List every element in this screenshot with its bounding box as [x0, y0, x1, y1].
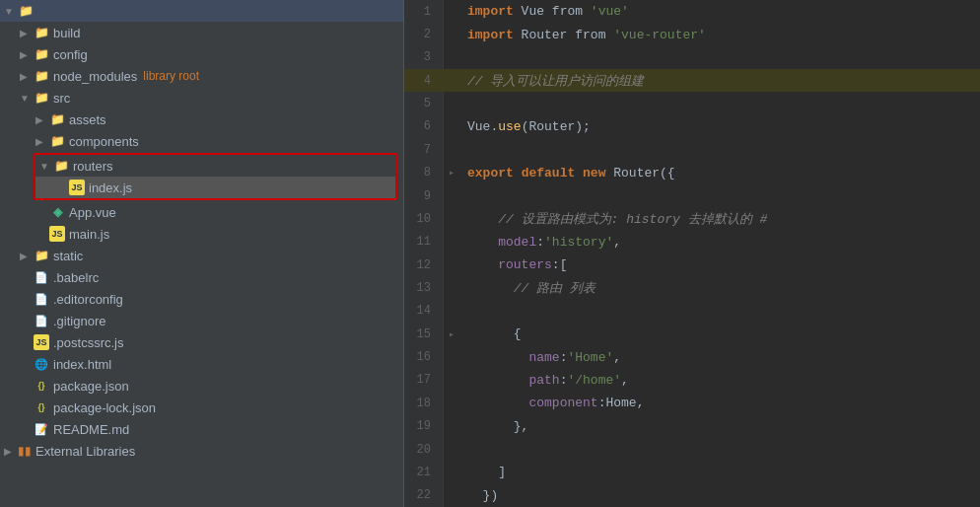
file-editorconfig[interactable]: .editorconfig: [0, 288, 403, 310]
line-num-14: 14: [404, 300, 444, 323]
file-index-js[interactable]: index.js: [35, 177, 395, 198]
components-arrow: [35, 136, 49, 147]
code-line-8: 8 ▸ export default new Router({: [404, 162, 980, 184]
line-num-9: 9: [404, 184, 444, 207]
line-num-16: 16: [404, 345, 444, 368]
file-babelrc[interactable]: .babelrc: [0, 266, 403, 288]
code-line-17: 17 path:'/home',: [404, 369, 980, 392]
file-index-html[interactable]: index.html: [0, 353, 403, 375]
line-content-10: // 设置路由模式为: history 去掉默认的 #: [459, 207, 980, 230]
line-num-17: 17: [404, 369, 444, 392]
folder-assets[interactable]: assets: [0, 109, 403, 130]
line-num-6: 6: [404, 115, 444, 138]
gutter-4: [444, 69, 459, 92]
folder-src[interactable]: src: [0, 87, 403, 109]
line-content-13: // 路由 列表: [459, 276, 980, 299]
main-js-label: main.js: [69, 227, 109, 242]
code-line-14: 14: [404, 300, 980, 323]
package-lock-label: package-lock.json: [53, 400, 156, 415]
gutter-17: [444, 369, 459, 392]
root-folder[interactable]: [0, 0, 403, 22]
file-package-lock[interactable]: package-lock.json: [0, 397, 403, 418]
folder-node-modules[interactable]: node_modules library root: [0, 65, 403, 87]
line-content-4: // 导入可以让用户访问的组建: [459, 69, 980, 92]
assets-arrow: [35, 114, 49, 125]
code-line-10: 10 // 设置路由模式为: history 去掉默认的 #: [404, 207, 980, 230]
gutter-7: [444, 138, 459, 161]
node-modules-label: node_modules: [53, 69, 137, 84]
src-label: src: [53, 91, 70, 106]
code-line-7: 7: [404, 138, 980, 161]
root-folder-icon: [18, 3, 34, 19]
folder-components[interactable]: components: [0, 130, 403, 152]
node-modules-icon: [34, 68, 49, 84]
postcssrc-label: .postcssrc.js: [53, 335, 124, 350]
line-num-18: 18: [404, 392, 444, 414]
file-package-json[interactable]: package.json: [0, 375, 403, 397]
line-num-13: 13: [404, 276, 444, 299]
gutter-18: [444, 392, 459, 414]
gutter-21: [444, 461, 459, 483]
file-tree[interactable]: build config node_modules library root s…: [0, 0, 404, 507]
folder-build[interactable]: build: [0, 22, 403, 43]
editorconfig-label: .editorconfig: [53, 292, 123, 307]
config-arrow: [20, 49, 34, 60]
index-html-label: index.html: [53, 357, 111, 372]
routers-icon: [53, 158, 69, 174]
main-js-icon: [49, 226, 65, 242]
code-line-6: 6 Vue.use(Router);: [404, 115, 980, 138]
ext-lib-label: External Libraries: [35, 444, 135, 459]
build-icon: [34, 25, 49, 40]
gutter-13: [444, 276, 459, 299]
external-libraries[interactable]: ▮▮ External Libraries: [0, 440, 403, 462]
code-line-13: 13 // 路由 列表: [404, 276, 980, 299]
folder-config[interactable]: config: [0, 43, 403, 65]
line-content-17: path:'/home',: [459, 369, 980, 392]
package-json-icon: [34, 378, 49, 394]
line-content-19: },: [459, 414, 980, 437]
app-vue-label: App.vue: [69, 205, 116, 220]
line-content-11: model:'history',: [459, 231, 980, 254]
line-content-20: [459, 438, 980, 461]
file-readme[interactable]: README.md: [0, 418, 403, 440]
assets-icon: [49, 111, 65, 127]
gutter-1: [444, 0, 459, 23]
line-content-1: import Vue from 'vue': [459, 0, 980, 23]
line-content-12: routers:[: [459, 254, 980, 276]
code-line-12: 12 routers:[: [404, 254, 980, 276]
line-content-14: [459, 300, 980, 323]
file-gitignore[interactable]: .gitignore: [0, 310, 403, 331]
ext-lib-arrow: [4, 446, 18, 457]
folder-routers[interactable]: routers: [35, 155, 395, 177]
static-icon: [34, 248, 49, 263]
line-num-11: 11: [404, 231, 444, 254]
folder-static[interactable]: static: [0, 245, 403, 266]
line-num-3: 3: [404, 46, 444, 69]
code-line-16: 16 name:'Home',: [404, 345, 980, 368]
line-content-15: {: [459, 323, 980, 345]
line-num-2: 2: [404, 23, 444, 45]
line-content-3: [459, 46, 980, 69]
line-content-5: [459, 92, 980, 114]
code-line-4: 4 // 导入可以让用户访问的组建: [404, 69, 980, 92]
ext-lib-icon: ▮▮: [18, 444, 32, 458]
gutter-22: [444, 484, 459, 507]
line-content-2: import Router from 'vue-router': [459, 23, 980, 45]
file-main-js[interactable]: main.js: [0, 223, 403, 245]
assets-label: assets: [69, 112, 106, 127]
line-num-5: 5: [404, 92, 444, 114]
gutter-20: [444, 438, 459, 461]
code-line-9: 9: [404, 184, 980, 207]
file-app-vue[interactable]: App.vue: [0, 201, 403, 223]
gutter-2: [444, 23, 459, 45]
line-content-22: }): [459, 484, 980, 507]
line-content-7: [459, 138, 980, 161]
editorconfig-icon: [34, 291, 49, 307]
file-postcssrc[interactable]: .postcssrc.js: [0, 331, 403, 353]
code-line-11: 11 model:'history',: [404, 231, 980, 254]
gutter-12: [444, 254, 459, 276]
static-arrow: [20, 251, 34, 261]
root-arrow: [4, 6, 18, 17]
line-num-19: 19: [404, 414, 444, 437]
readme-label: README.md: [53, 422, 129, 437]
